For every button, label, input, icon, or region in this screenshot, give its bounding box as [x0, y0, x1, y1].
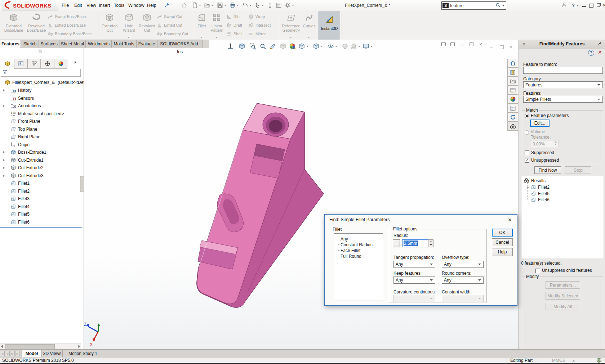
view-orientation-caret-icon[interactable] [306, 46, 308, 47]
results-list[interactable]: ResultsFillet2Fillet5Fillet6 [522, 176, 603, 258]
zoom-to-area-icon[interactable] [239, 43, 246, 50]
fillet-type-list[interactable]: AnyConstant RadiusFace FilletFull Round [334, 233, 383, 301]
instant3d-button[interactable]: Instant3D [319, 12, 340, 40]
dropdown-caret-icon[interactable] [290, 37, 292, 38]
tree-horizontal-scrollbar[interactable] [0, 343, 81, 350]
undo-button[interactable] [242, 2, 249, 9]
manager-tabs-expand-icon[interactable] [75, 61, 76, 64]
shell-button[interactable]: Shell [226, 30, 242, 38]
model-tab-motion-study-1[interactable]: Motion Study 1 [63, 350, 103, 357]
undo-caret-icon[interactable] [249, 5, 252, 6]
task-pane-tab-home[interactable] [507, 59, 518, 68]
tab-weldments[interactable]: Weldments [86, 40, 112, 48]
search-input[interactable]: feature [450, 3, 495, 8]
search-box[interactable]: S feature [441, 1, 506, 10]
orientation-toggle-button[interactable] [267, 2, 273, 9]
doc-close-icon[interactable]: ✕ [508, 45, 514, 50]
dropdown-caret-icon[interactable] [430, 264, 433, 265]
expand-arrow-icon[interactable] [3, 166, 5, 169]
properties-button[interactable] [276, 2, 282, 9]
rollback-bar[interactable] [0, 227, 82, 228]
home-g-button[interactable] [181, 2, 188, 9]
cancel-button[interactable]: Cancel [492, 238, 513, 246]
pin-panel-icon[interactable] [597, 41, 602, 48]
tree-item-top-plane[interactable]: Top Plane [0, 126, 84, 133]
win-close-icon[interactable]: ✕ [478, 42, 484, 47]
menu-help[interactable]: Help [145, 0, 159, 11]
result-item-fillet2[interactable]: Fillet2 [538, 185, 550, 190]
print-button[interactable] [230, 2, 236, 9]
reference-geometry-button[interactable]: Reference Geometry [281, 12, 302, 39]
panel-splitter-handle[interactable] [39, 50, 42, 53]
pane-right-icon[interactable] [450, 42, 455, 47]
tab-mold-tools[interactable]: Mold Tools [112, 40, 136, 48]
tree-item-fillet2[interactable]: Fillet2 [0, 188, 84, 195]
task-pane-tab-solidworks-resources[interactable] [507, 113, 518, 122]
tree-item-fillet4[interactable]: Fillet4 [0, 203, 84, 210]
menu-insert[interactable]: Insert [97, 0, 112, 11]
dropdown-caret-icon[interactable] [478, 264, 481, 265]
feature-parameters-radio[interactable] [525, 114, 529, 118]
tree-item-annotations[interactable]: AAnnotations [0, 102, 84, 109]
menu-window[interactable]: Window [126, 0, 146, 11]
lofted-boss-base-button[interactable]: Lofted Boss/Base [48, 21, 86, 29]
tab-solidworks-add-ins[interactable]: SOLIDWORKS Add-Ins [157, 40, 203, 48]
help-button[interactable]: Help [492, 248, 513, 256]
save-caret-icon[interactable] [224, 5, 226, 6]
manager-tab-configuration-manager[interactable] [27, 59, 41, 69]
manager-tab-display-manager[interactable] [54, 59, 67, 69]
expand-arrow-icon[interactable] [3, 174, 5, 177]
cube-disabled-icon[interactable] [280, 43, 287, 50]
win-minimize-icon[interactable] [459, 42, 465, 47]
tab-scroll-button[interactable]: ▶ [15, 351, 20, 356]
print-caret-icon[interactable] [237, 5, 239, 6]
suppressed-checkbox[interactable] [525, 150, 529, 155]
panel-help-icon[interactable]: ? [588, 50, 594, 56]
task-pane-tab-custom-properties[interactable] [507, 104, 518, 113]
feature-to-match-input[interactable] [523, 67, 603, 74]
lofted-cut-button[interactable]: Lofted Cut [157, 21, 182, 29]
triad-x-axis[interactable] [94, 332, 98, 339]
rib-button[interactable]: Rib [226, 13, 240, 21]
tangent-propagation-select[interactable]: Any [393, 261, 435, 268]
tree-item-cut-extrude3[interactable]: Cut-Extrude3 [0, 172, 84, 179]
mirror-button[interactable]: Mirror [248, 30, 266, 38]
tree-item-root[interactable]: FilletXpert_Corners_& (Default<<Default [0, 79, 84, 86]
panel-close-icon[interactable]: ✕ [598, 49, 602, 55]
dropdown-caret-icon[interactable] [308, 37, 310, 38]
expand-arrow-icon[interactable] [3, 89, 5, 92]
task-pane-tab-view-palette[interactable] [507, 86, 518, 95]
tab-sketch[interactable]: Sketch [21, 40, 39, 48]
boundary-cut-button[interactable]: Boundary Cut [157, 30, 188, 38]
tab-sheet-metal[interactable]: Sheet Metal [59, 40, 86, 48]
triad-z-axis[interactable] [88, 327, 98, 332]
tree-item-front-plane[interactable]: Front Plane [0, 118, 84, 125]
dialog-close-icon[interactable]: ✕ [507, 217, 513, 223]
tree-item-history[interactable]: History [0, 87, 84, 94]
find-now-button[interactable]: Find Now [534, 166, 561, 174]
hole-bore[interactable] [269, 120, 283, 132]
dropdown-caret-icon[interactable] [128, 37, 130, 38]
expand-arrow-icon[interactable] [3, 104, 5, 107]
round-corners-select[interactable]: Any [442, 277, 484, 284]
features-select[interactable]: Simple Fillets [523, 96, 603, 103]
new-document-caret-icon[interactable] [199, 5, 201, 6]
zoom-magnifier-icon[interactable] [249, 43, 257, 50]
search-caret-icon[interactable] [502, 5, 504, 6]
task-pane-tab-find-modify-features[interactable] [507, 122, 518, 131]
select-cursor-caret-icon[interactable] [262, 5, 264, 6]
tree-item-sensors[interactable]: Sensors [0, 95, 84, 102]
revolved-boss-base-button[interactable]: Revolved Boss/Base [25, 12, 48, 39]
triad-z-arrow[interactable] [86, 324, 90, 328]
win-restore-icon[interactable] [468, 42, 474, 47]
model-tab-3d-views[interactable]: 3D Views [42, 350, 63, 357]
tab-scroll-button[interactable]: ▶ [10, 351, 15, 356]
wrap-button[interactable]: Wrap [248, 13, 265, 21]
display-style-caret-icon[interactable] [321, 46, 323, 47]
hide-show-items-icon[interactable] [327, 43, 334, 50]
result-item-fillet5[interactable]: Fillet5 [538, 191, 550, 196]
radius-input[interactable]: 2.5mm [402, 239, 428, 247]
tree-item-right-plane[interactable]: Right Plane [0, 133, 84, 140]
tab-evaluate[interactable]: Evaluate [136, 40, 157, 48]
dropdown-caret-icon[interactable] [597, 99, 600, 100]
